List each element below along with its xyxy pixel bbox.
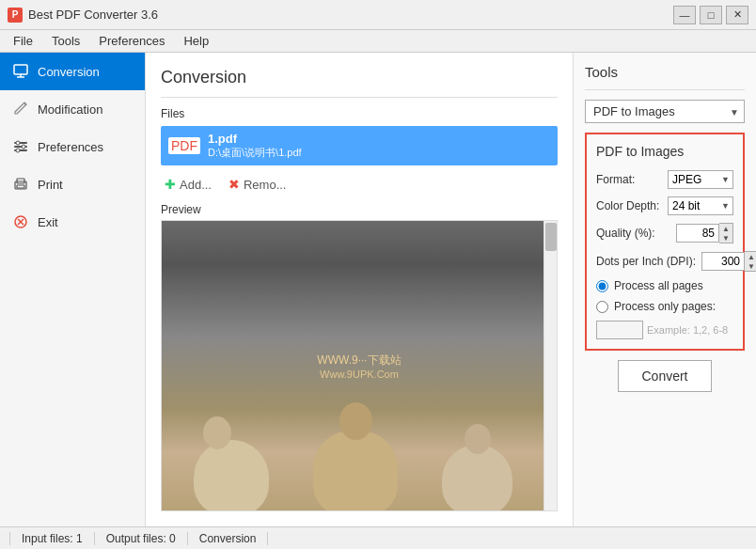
title-bar-controls: — □ ✕: [673, 6, 748, 24]
format-row: Format: JPEG PNG TIFF BMP ▼: [596, 170, 733, 189]
tools-dropdown-wrapper: PDF to Images PDF to Word PDF to Excel P…: [585, 100, 745, 123]
preview-image: WWW.9···下载站 Www.9UPK.Com: [162, 221, 557, 510]
title-bar: P Best PDF Converter 3.6 — □ ✕: [0, 0, 756, 30]
dog-right: [442, 445, 512, 511]
process-only-row: Process only pages:: [596, 300, 733, 313]
file-name: 1.pdf: [208, 132, 302, 146]
pdf-images-title: PDF to Images: [596, 144, 733, 159]
dpi-down-btn[interactable]: ▼: [745, 261, 756, 271]
page-title: Conversion: [161, 68, 558, 87]
svg-rect-9: [17, 185, 24, 188]
remove-icon: ✖: [228, 177, 240, 192]
sidebar: Conversion Modification: [0, 53, 146, 526]
svg-rect-0: [14, 65, 27, 74]
tools-divider: [585, 89, 745, 90]
preview-box: WWW.9···下载站 Www.9UPK.Com: [161, 220, 558, 511]
exit-icon: [11, 212, 30, 231]
tools-dropdown[interactable]: PDF to Images PDF to Word PDF to Excel P…: [585, 100, 745, 123]
sidebar-item-preferences[interactable]: Preferences: [0, 128, 145, 165]
tools-panel: Tools PDF to Images PDF to Word PDF to E…: [573, 53, 756, 526]
print-icon: [11, 175, 30, 194]
dpi-spinner: ▲ ▼: [701, 251, 756, 272]
preview-scrollbar[interactable]: [543, 221, 557, 510]
main-layout: Conversion Modification: [0, 53, 756, 526]
quality-up-btn[interactable]: ▲: [719, 224, 732, 233]
process-all-radio[interactable]: [596, 280, 608, 292]
sidebar-item-print[interactable]: Print: [0, 165, 145, 203]
file-info: 1.pdf D:\桌面\说明书\1.pdf: [208, 132, 302, 160]
remove-label: Remo...: [244, 178, 287, 192]
menu-bar: File Tools Preferences Help: [0, 30, 756, 53]
process-only-radio[interactable]: [596, 301, 608, 313]
sidebar-preferences-label: Preferences: [38, 140, 103, 154]
pdf-icon: PDF: [168, 137, 200, 154]
color-depth-row: Color Depth: 24 bit 8 bit 1 bit ▼: [596, 196, 733, 215]
preview-label: Preview: [161, 203, 558, 216]
process-all-label[interactable]: Process all pages: [614, 279, 703, 292]
files-label: Files: [161, 107, 558, 120]
status-output-files: Output files: 0: [95, 532, 188, 545]
svg-point-5: [22, 145, 25, 149]
menu-file[interactable]: File: [4, 32, 42, 50]
status-mode: Conversion: [188, 532, 269, 545]
sidebar-item-exit[interactable]: Exit: [0, 203, 145, 241]
preview-section: Preview: [161, 203, 558, 511]
svg-point-4: [16, 141, 20, 145]
sidebar-item-conversion[interactable]: Conversion: [0, 53, 145, 90]
format-dropdown-wrapper: JPEG PNG TIFF BMP ▼: [668, 170, 733, 189]
color-depth-wrapper: 24 bit 8 bit 1 bit ▼: [668, 196, 733, 215]
quality-label: Quality (%):: [596, 227, 655, 240]
process-only-label[interactable]: Process only pages:: [614, 300, 716, 313]
sidebar-conversion-label: Conversion: [38, 65, 100, 79]
dpi-up-btn[interactable]: ▲: [745, 252, 756, 261]
maximize-button[interactable]: □: [700, 6, 722, 24]
menu-help[interactable]: Help: [174, 32, 218, 50]
color-depth-label: Color Depth:: [596, 199, 659, 212]
process-pages-row: Example: 1,2, 6-8: [596, 321, 733, 339]
tools-title: Tools: [585, 64, 745, 80]
quality-row: Quality (%): ▲ ▼: [596, 223, 733, 243]
menu-tools[interactable]: Tools: [42, 32, 89, 50]
quality-spinner: ▲ ▼: [676, 223, 733, 243]
quality-down-btn[interactable]: ▼: [719, 233, 732, 243]
dog-left: [194, 440, 269, 511]
sidebar-item-modification[interactable]: Modification: [0, 90, 145, 128]
sidebar-print-label: Print: [38, 178, 63, 192]
status-input-files: Input files: 1: [9, 532, 95, 545]
preferences-icon: [11, 137, 30, 156]
close-button[interactable]: ✕: [726, 6, 748, 24]
file-path: D:\桌面\说明书\1.pdf: [208, 146, 302, 160]
dpi-spinner-btns: ▲ ▼: [745, 251, 756, 272]
add-button[interactable]: ✚ Add...: [161, 175, 215, 194]
content-area: Conversion Files PDF 1.pdf D:\桌面\说明书\1.p…: [146, 53, 573, 526]
action-row: ✚ Add... ✖ Remo...: [161, 175, 558, 194]
add-label: Add...: [180, 178, 212, 192]
modification-icon: [11, 100, 30, 118]
add-icon: ✚: [165, 177, 176, 192]
quality-input[interactable]: [676, 224, 719, 243]
convert-button[interactable]: Convert: [618, 360, 711, 392]
process-pages-hint: Example: 1,2, 6-8: [647, 324, 728, 336]
quality-spinner-btns: ▲ ▼: [719, 223, 733, 243]
process-all-row: Process all pages: [596, 279, 733, 292]
svg-point-6: [16, 149, 20, 152]
dpi-row: Dots per Inch (DPI): ▲ ▼: [596, 251, 733, 272]
format-dropdown[interactable]: JPEG PNG TIFF BMP: [668, 170, 733, 189]
dpi-label: Dots per Inch (DPI):: [596, 255, 696, 268]
process-pages-input[interactable]: [596, 321, 643, 339]
sidebar-exit-label: Exit: [38, 215, 58, 229]
file-item[interactable]: PDF 1.pdf D:\桌面\说明书\1.pdf: [161, 126, 558, 165]
color-depth-dropdown[interactable]: 24 bit 8 bit 1 bit: [668, 196, 733, 215]
sidebar-modification-label: Modification: [38, 102, 102, 117]
menu-preferences[interactable]: Preferences: [89, 32, 174, 50]
status-bar: Input files: 1 Output files: 0 Conversio…: [0, 526, 756, 549]
dogs-area: [162, 352, 543, 510]
scrollbar-thumb[interactable]: [545, 223, 557, 251]
files-section: Files PDF 1.pdf D:\桌面\说明书\1.pdf: [161, 107, 558, 165]
minimize-button[interactable]: —: [673, 6, 696, 24]
dog-middle: [313, 431, 398, 511]
remove-button[interactable]: ✖ Remo...: [225, 175, 291, 194]
conversion-icon: [11, 62, 30, 81]
dpi-input[interactable]: [701, 252, 745, 271]
pdf-images-section: PDF to Images Format: JPEG PNG TIFF BMP …: [585, 133, 745, 351]
